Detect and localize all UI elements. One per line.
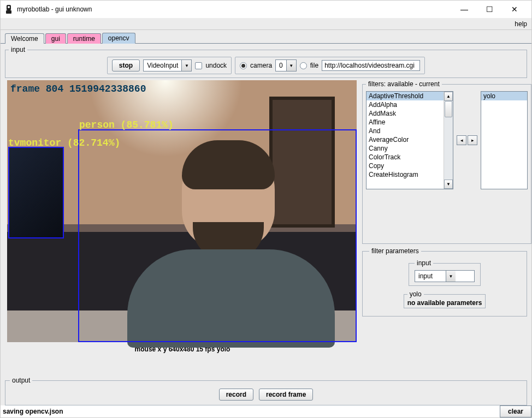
add-filter-button[interactable]: ▸ (468, 135, 477, 145)
scrollbar[interactable]: ▲ ▼ (444, 92, 453, 189)
undock-label: undock (205, 62, 227, 69)
filters-fieldset: filters: available - current AdaptiveThr… (362, 80, 531, 244)
param-input-combo-value: input (415, 271, 446, 281)
status-bar: saving opencv.json clear (1, 405, 531, 417)
filter-parameters-fieldset: filter parameters input input ▼ yolo no … (362, 247, 527, 317)
scroll-down-icon[interactable]: ▼ (444, 180, 453, 189)
detection-box-tvmonitor (8, 147, 64, 238)
list-item[interactable]: Affine (367, 118, 444, 127)
tab-strip: Welcome gui runtime opencv (1, 30, 531, 43)
side-column: filters: available - current AdaptiveThr… (362, 80, 527, 375)
remove-filter-button[interactable]: ◂ (457, 135, 466, 145)
filter-parameters-legend: filter parameters (369, 247, 421, 255)
list-item[interactable]: CreateHistogram (367, 170, 444, 179)
list-item[interactable]: And (367, 127, 444, 135)
output-fieldset: output record record frame (5, 377, 527, 405)
param-input-legend: input (415, 259, 433, 267)
close-button[interactable]: ✕ (502, 1, 527, 17)
stop-button[interactable]: stop (112, 59, 140, 71)
chevron-down-icon: ▼ (446, 271, 456, 282)
undock-checkbox[interactable] (195, 62, 202, 69)
svg-rect-2 (6, 10, 11, 14)
source-select-group: camera 0 ▼ file (235, 57, 425, 74)
list-item[interactable]: AddMask (367, 109, 444, 118)
tab-panel-opencv: input stop VideoInput ▼ undock camera 0 (1, 43, 531, 405)
list-item[interactable]: Canny (367, 144, 444, 153)
tab-gui[interactable]: gui (45, 33, 66, 44)
list-item[interactable]: AddAlpha (367, 100, 444, 109)
list-item[interactable]: AverageColor (367, 135, 444, 144)
frame-counter-overlay: frame 804 1519942338860 (10, 83, 146, 94)
menu-help[interactable]: help (515, 20, 527, 28)
maximize-button[interactable]: ☐ (477, 1, 502, 17)
input-legend: input (9, 46, 27, 53)
tab-welcome[interactable]: Welcome (5, 33, 44, 44)
list-item[interactable]: yolo (481, 92, 527, 100)
filters-legend: filters: available - current (366, 80, 442, 88)
param-input-fieldset: input input ▼ (409, 259, 481, 286)
current-filters-list[interactable]: yolo (481, 91, 528, 189)
camera-index-combo[interactable]: 0 ▼ (275, 59, 297, 71)
source-combo[interactable]: VideoInput ▼ (143, 59, 192, 71)
camera-index-value: 0 (276, 61, 286, 70)
video-frame[interactable]: frame 804 1519942338860 person (85.781%)… (7, 80, 357, 342)
no-params-message: no available parameters (407, 299, 482, 307)
detection-box-person (78, 129, 357, 342)
list-item[interactable]: ColorTrack (367, 153, 444, 162)
app-icon (5, 4, 13, 14)
detection-label-person: person (85.781%) (79, 120, 174, 130)
scroll-thumb[interactable] (445, 101, 452, 117)
app-window: myrobotlab - gui unknown — ☐ ✕ help Welc… (0, 0, 532, 418)
list-item[interactable]: Copy (367, 162, 444, 170)
param-filter-name: yolo (407, 290, 424, 298)
record-button[interactable]: record (219, 389, 253, 401)
clear-button[interactable]: clear (500, 405, 531, 417)
param-filter-fieldset: yolo no available parameters (404, 290, 486, 308)
scroll-track[interactable] (444, 101, 453, 180)
input-fieldset: input stop VideoInput ▼ undock camera 0 (5, 46, 527, 78)
window-title: myrobotlab - gui unknown (17, 5, 92, 13)
tab-opencv[interactable]: opencv (102, 33, 135, 44)
file-label: file (310, 62, 318, 69)
file-radio[interactable] (300, 62, 307, 69)
transfer-arrows: ◂ ▸ (457, 135, 477, 145)
detection-label-tvmonitor: tvmonitor (82.714%) (8, 138, 120, 148)
available-filters-list[interactable]: AdaptiveThreshold AddAlpha AddMask Affin… (366, 91, 453, 189)
capture-group: stop VideoInput ▼ undock (107, 57, 232, 74)
scroll-up-icon[interactable]: ▲ (444, 92, 453, 101)
record-frame-button[interactable]: record frame (259, 389, 313, 401)
tab-runtime[interactable]: runtime (67, 33, 101, 44)
camera-radio[interactable] (240, 62, 247, 69)
video-column: frame 804 1519942338860 person (85.781%)… (5, 80, 360, 375)
minimize-button[interactable]: — (452, 1, 477, 17)
source-combo-value: VideoInput (144, 61, 181, 70)
menu-bar: help (1, 18, 531, 30)
chevron-down-icon: ▼ (286, 60, 296, 71)
file-url-input[interactable] (322, 60, 420, 71)
param-input-combo[interactable]: input ▼ (415, 270, 475, 282)
svg-point-1 (8, 6, 10, 8)
list-item[interactable]: AdaptiveThreshold (367, 92, 444, 100)
status-text: saving opencv.json (3, 408, 63, 415)
chevron-down-icon: ▼ (181, 60, 191, 71)
title-bar: myrobotlab - gui unknown — ☐ ✕ (1, 1, 531, 18)
output-legend: output (10, 377, 32, 384)
camera-label: camera (250, 62, 272, 69)
